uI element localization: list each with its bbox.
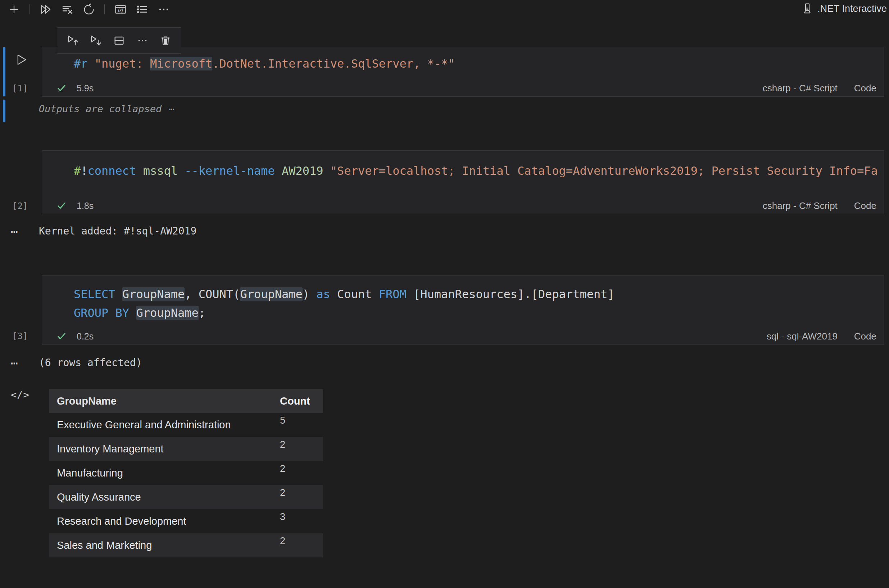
output-menu-icon[interactable]: ⋯ xyxy=(11,226,18,237)
execute-below-icon xyxy=(90,34,102,47)
success-check-icon xyxy=(57,331,66,341)
restart-kernel-button[interactable] xyxy=(81,2,97,17)
more-icon xyxy=(137,35,148,46)
outline-button[interactable] xyxy=(134,2,150,17)
groupname-cell: Executive General and Administration xyxy=(57,419,280,431)
table-header-row: GroupName Count xyxy=(49,389,323,413)
delete-cell-button[interactable] xyxy=(158,33,173,48)
more-cell-actions-button[interactable] xyxy=(135,33,150,48)
more-actions-button[interactable] xyxy=(155,2,172,17)
clear-outputs-icon xyxy=(61,3,74,15)
language-picker[interactable]: csharp - C# Script xyxy=(763,83,838,94)
code-editor[interactable]: #!connect mssql --kernel-name AW2019 "Se… xyxy=(42,151,884,180)
execute-above-button[interactable] xyxy=(65,33,81,48)
cell-kind-label[interactable]: Code xyxy=(854,83,876,94)
execute-below-button[interactable] xyxy=(88,33,104,48)
execution-duration: 1.8s xyxy=(77,201,93,211)
variables-icon: (x) xyxy=(114,3,127,15)
more-icon xyxy=(158,3,170,15)
execution-count: [3] xyxy=(12,332,28,340)
groupname-cell: Manufacturing xyxy=(57,467,280,479)
count-cell: 5 xyxy=(280,413,323,426)
output-menu-icon[interactable]: ⋯ xyxy=(11,357,18,369)
notebook-editor: (x) .NET Interactive [1] #r "nuget: Micr… xyxy=(0,0,889,588)
cell-output-text: (6 rows affected) xyxy=(39,358,142,368)
column-header-groupname: GroupName xyxy=(57,395,280,407)
execution-duration: 5.9s xyxy=(77,83,93,93)
code-line[interactable]: SELECT GroupName, COUNT(GroupName) as Co… xyxy=(74,285,884,303)
cell-kind-label[interactable]: Code xyxy=(854,200,876,212)
table-row: Inventory Management2 xyxy=(49,437,323,461)
add-cell-button[interactable] xyxy=(6,2,22,17)
table-row: Manufacturing2 xyxy=(49,461,323,485)
cell-status-bar: 0.2s sql - sql-AW2019 Code xyxy=(42,328,884,345)
count-cell: 3 xyxy=(280,509,323,522)
code-editor[interactable]: SELECT GroupName, COUNT(GroupName) as Co… xyxy=(42,276,884,322)
list-icon xyxy=(136,3,148,15)
execute-above-icon xyxy=(66,34,79,47)
count-cell: 2 xyxy=(280,485,323,498)
play-icon xyxy=(14,53,28,66)
groupname-cell: Research and Development xyxy=(57,515,280,527)
run-all-icon xyxy=(40,3,52,15)
run-all-button[interactable] xyxy=(38,2,54,17)
code-cell-3: SELECT GroupName, COUNT(GroupName) as Co… xyxy=(42,275,884,345)
language-picker[interactable]: csharp - C# Script xyxy=(763,200,838,212)
code-output-icon: </> xyxy=(11,390,30,399)
kernel-picker[interactable]: .NET Interactive xyxy=(802,3,887,14)
table-row: Sales and Marketing2 xyxy=(49,533,323,557)
kernel-label: .NET Interactive xyxy=(817,3,887,14)
code-line[interactable]: #!connect mssql --kernel-name AW2019 "Se… xyxy=(74,162,884,180)
clear-outputs-button[interactable] xyxy=(59,2,75,17)
cell-kind-label[interactable]: Code xyxy=(854,331,876,342)
groupname-cell: Quality Assurance xyxy=(57,491,280,503)
count-cell: 2 xyxy=(280,437,323,450)
trash-icon xyxy=(160,35,171,46)
query-result-table: GroupName Count Executive General and Ad… xyxy=(49,389,323,557)
code-line[interactable]: #r "nuget: Microsoft.DotNet.Interactive.… xyxy=(74,54,884,73)
success-check-icon xyxy=(57,201,66,211)
restart-icon xyxy=(83,3,95,15)
split-cell-icon xyxy=(113,35,125,46)
svg-text:(x): (x) xyxy=(118,8,123,13)
cell-output-text: Kernel added: #!sql-AW2019 xyxy=(39,226,197,236)
success-check-icon xyxy=(57,83,66,93)
notebook-toolbar: (x) xyxy=(6,2,172,17)
column-header-count: Count xyxy=(280,395,323,407)
output-focus-bar xyxy=(3,100,5,122)
groupname-cell: Inventory Management xyxy=(57,443,280,455)
collapsed-outputs-label: Outputs are collapsed xyxy=(39,103,162,114)
code-line[interactable]: GROUP BY GroupName; xyxy=(74,303,884,322)
run-cell-button[interactable] xyxy=(14,52,28,67)
count-cell: 2 xyxy=(280,461,323,474)
table-body: Executive General and Administration5Inv… xyxy=(49,413,323,557)
collapsed-outputs-row[interactable]: Outputs are collapsed ⋯ xyxy=(39,103,174,114)
toolbar-divider xyxy=(30,4,30,14)
code-cell-2: #!connect mssql --kernel-name AW2019 "Se… xyxy=(42,150,884,214)
more-icon: ⋯ xyxy=(169,104,174,114)
code-cell-1: #r "nuget: Microsoft.DotNet.Interactive.… xyxy=(42,47,884,97)
variables-button[interactable]: (x) xyxy=(112,2,129,17)
table-row: Quality Assurance2 xyxy=(49,485,323,509)
cell-toolbar xyxy=(57,27,181,54)
cell-status-bar: 5.9s csharp - C# Script Code xyxy=(42,80,884,96)
kernel-icon xyxy=(802,3,813,14)
cell-status-bar: 1.8s csharp - C# Script Code xyxy=(42,198,884,214)
table-row: Research and Development3 xyxy=(49,509,323,533)
groupname-cell: Sales and Marketing xyxy=(57,540,280,551)
execution-count: [1] xyxy=(12,84,28,93)
execution-duration: 0.2s xyxy=(77,331,93,342)
table-row: Executive General and Administration5 xyxy=(49,413,323,437)
toolbar-divider xyxy=(104,4,105,14)
split-cell-button[interactable] xyxy=(111,33,127,48)
add-icon xyxy=(8,4,20,15)
count-cell: 2 xyxy=(280,533,323,547)
language-picker[interactable]: sql - sql-AW2019 xyxy=(767,331,838,342)
cell-focus-bar xyxy=(3,47,5,96)
execution-count: [2] xyxy=(12,202,28,210)
